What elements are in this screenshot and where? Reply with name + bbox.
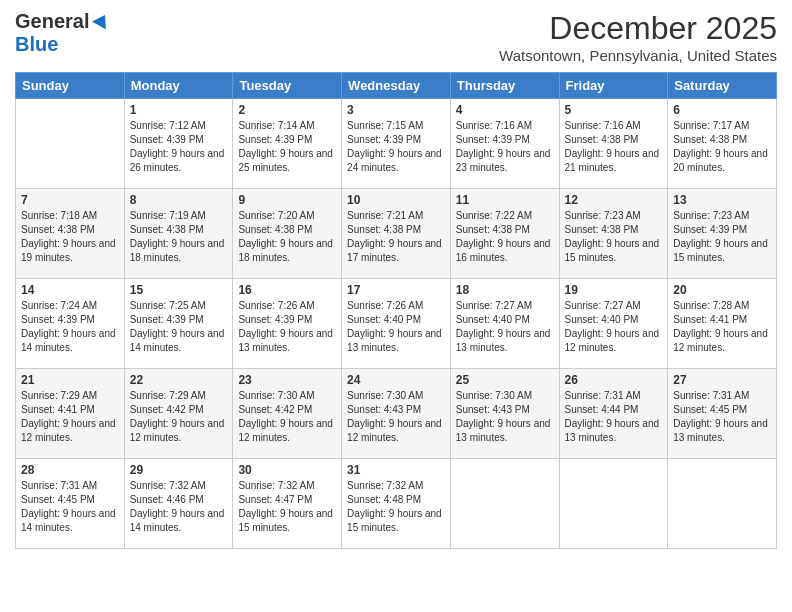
calendar-cell: 6 Sunrise: 7:17 AM Sunset: 4:38 PM Dayli… (668, 99, 777, 189)
calendar-body: 1 Sunrise: 7:12 AM Sunset: 4:39 PM Dayli… (16, 99, 777, 549)
sunrise-text: Sunrise: 7:17 AM (673, 119, 771, 133)
calendar-cell: 18 Sunrise: 7:27 AM Sunset: 4:40 PM Dayl… (450, 279, 559, 369)
sunrise-text: Sunrise: 7:32 AM (347, 479, 445, 493)
header-wednesday: Wednesday (342, 73, 451, 99)
sunrise-text: Sunrise: 7:30 AM (456, 389, 554, 403)
logo: General Blue (15, 10, 111, 56)
sunset-text: Sunset: 4:42 PM (238, 403, 336, 417)
sunrise-text: Sunrise: 7:21 AM (347, 209, 445, 223)
sunrise-text: Sunrise: 7:15 AM (347, 119, 445, 133)
cell-info: Sunrise: 7:27 AM Sunset: 4:40 PM Dayligh… (565, 299, 663, 355)
cell-info: Sunrise: 7:27 AM Sunset: 4:40 PM Dayligh… (456, 299, 554, 355)
header-saturday: Saturday (668, 73, 777, 99)
cell-info: Sunrise: 7:31 AM Sunset: 4:45 PM Dayligh… (21, 479, 119, 535)
sunset-text: Sunset: 4:39 PM (238, 133, 336, 147)
logo-blue-text: Blue (15, 33, 58, 55)
sunset-text: Sunset: 4:38 PM (456, 223, 554, 237)
date-number: 12 (565, 193, 663, 207)
calendar-cell: 20 Sunrise: 7:28 AM Sunset: 4:41 PM Dayl… (668, 279, 777, 369)
calendar-cell: 10 Sunrise: 7:21 AM Sunset: 4:38 PM Dayl… (342, 189, 451, 279)
sunset-text: Sunset: 4:39 PM (347, 133, 445, 147)
sunrise-text: Sunrise: 7:22 AM (456, 209, 554, 223)
calendar-week-3: 14 Sunrise: 7:24 AM Sunset: 4:39 PM Dayl… (16, 279, 777, 369)
cell-info: Sunrise: 7:24 AM Sunset: 4:39 PM Dayligh… (21, 299, 119, 355)
sunrise-text: Sunrise: 7:26 AM (347, 299, 445, 313)
cell-info: Sunrise: 7:32 AM Sunset: 4:46 PM Dayligh… (130, 479, 228, 535)
page-header: General Blue December 2025 Watsontown, P… (15, 10, 777, 64)
sunset-text: Sunset: 4:39 PM (238, 313, 336, 327)
sunset-text: Sunset: 4:39 PM (130, 133, 228, 147)
calendar-cell: 12 Sunrise: 7:23 AM Sunset: 4:38 PM Dayl… (559, 189, 668, 279)
calendar-cell: 3 Sunrise: 7:15 AM Sunset: 4:39 PM Dayli… (342, 99, 451, 189)
cell-info: Sunrise: 7:16 AM Sunset: 4:39 PM Dayligh… (456, 119, 554, 175)
calendar-cell: 5 Sunrise: 7:16 AM Sunset: 4:38 PM Dayli… (559, 99, 668, 189)
date-number: 15 (130, 283, 228, 297)
daylight-text: Daylight: 9 hours and 12 minutes. (130, 417, 228, 445)
date-number: 19 (565, 283, 663, 297)
daylight-text: Daylight: 9 hours and 18 minutes. (238, 237, 336, 265)
date-number: 29 (130, 463, 228, 477)
date-number: 6 (673, 103, 771, 117)
cell-info: Sunrise: 7:28 AM Sunset: 4:41 PM Dayligh… (673, 299, 771, 355)
calendar-cell: 17 Sunrise: 7:26 AM Sunset: 4:40 PM Dayl… (342, 279, 451, 369)
sunrise-text: Sunrise: 7:30 AM (238, 389, 336, 403)
daylight-text: Daylight: 9 hours and 13 minutes. (456, 327, 554, 355)
calendar-cell: 27 Sunrise: 7:31 AM Sunset: 4:45 PM Dayl… (668, 369, 777, 459)
sunrise-text: Sunrise: 7:27 AM (456, 299, 554, 313)
calendar-cell: 31 Sunrise: 7:32 AM Sunset: 4:48 PM Dayl… (342, 459, 451, 549)
calendar-cell: 16 Sunrise: 7:26 AM Sunset: 4:39 PM Dayl… (233, 279, 342, 369)
sunset-text: Sunset: 4:39 PM (21, 313, 119, 327)
cell-info: Sunrise: 7:20 AM Sunset: 4:38 PM Dayligh… (238, 209, 336, 265)
logo-icon (91, 12, 111, 32)
calendar-cell: 30 Sunrise: 7:32 AM Sunset: 4:47 PM Dayl… (233, 459, 342, 549)
sunrise-text: Sunrise: 7:29 AM (130, 389, 228, 403)
sunset-text: Sunset: 4:44 PM (565, 403, 663, 417)
calendar-cell: 9 Sunrise: 7:20 AM Sunset: 4:38 PM Dayli… (233, 189, 342, 279)
calendar-cell (668, 459, 777, 549)
sunrise-text: Sunrise: 7:25 AM (130, 299, 228, 313)
calendar-cell: 14 Sunrise: 7:24 AM Sunset: 4:39 PM Dayl… (16, 279, 125, 369)
sunset-text: Sunset: 4:40 PM (456, 313, 554, 327)
daylight-text: Daylight: 9 hours and 23 minutes. (456, 147, 554, 175)
sunrise-text: Sunrise: 7:16 AM (456, 119, 554, 133)
date-number: 3 (347, 103, 445, 117)
date-number: 14 (21, 283, 119, 297)
calendar-cell: 7 Sunrise: 7:18 AM Sunset: 4:38 PM Dayli… (16, 189, 125, 279)
daylight-text: Daylight: 9 hours and 26 minutes. (130, 147, 228, 175)
date-number: 28 (21, 463, 119, 477)
calendar-week-1: 1 Sunrise: 7:12 AM Sunset: 4:39 PM Dayli… (16, 99, 777, 189)
daylight-text: Daylight: 9 hours and 25 minutes. (238, 147, 336, 175)
sunrise-text: Sunrise: 7:28 AM (673, 299, 771, 313)
sunrise-text: Sunrise: 7:29 AM (21, 389, 119, 403)
sunset-text: Sunset: 4:38 PM (565, 133, 663, 147)
calendar-cell: 28 Sunrise: 7:31 AM Sunset: 4:45 PM Dayl… (16, 459, 125, 549)
sunrise-text: Sunrise: 7:12 AM (130, 119, 228, 133)
sunrise-text: Sunrise: 7:32 AM (130, 479, 228, 493)
header-tuesday: Tuesday (233, 73, 342, 99)
calendar-cell: 1 Sunrise: 7:12 AM Sunset: 4:39 PM Dayli… (124, 99, 233, 189)
cell-info: Sunrise: 7:23 AM Sunset: 4:39 PM Dayligh… (673, 209, 771, 265)
date-number: 11 (456, 193, 554, 207)
cell-info: Sunrise: 7:21 AM Sunset: 4:38 PM Dayligh… (347, 209, 445, 265)
sunrise-text: Sunrise: 7:31 AM (673, 389, 771, 403)
cell-info: Sunrise: 7:31 AM Sunset: 4:44 PM Dayligh… (565, 389, 663, 445)
sunset-text: Sunset: 4:38 PM (673, 133, 771, 147)
date-number: 7 (21, 193, 119, 207)
date-number: 13 (673, 193, 771, 207)
daylight-text: Daylight: 9 hours and 19 minutes. (21, 237, 119, 265)
date-number: 20 (673, 283, 771, 297)
sunset-text: Sunset: 4:41 PM (673, 313, 771, 327)
sunrise-text: Sunrise: 7:24 AM (21, 299, 119, 313)
daylight-text: Daylight: 9 hours and 13 minutes. (456, 417, 554, 445)
calendar-cell: 2 Sunrise: 7:14 AM Sunset: 4:39 PM Dayli… (233, 99, 342, 189)
sunset-text: Sunset: 4:42 PM (130, 403, 228, 417)
calendar-cell: 21 Sunrise: 7:29 AM Sunset: 4:41 PM Dayl… (16, 369, 125, 459)
header-friday: Friday (559, 73, 668, 99)
calendar-cell: 8 Sunrise: 7:19 AM Sunset: 4:38 PM Dayli… (124, 189, 233, 279)
daylight-text: Daylight: 9 hours and 12 minutes. (347, 417, 445, 445)
daylight-text: Daylight: 9 hours and 15 minutes. (238, 507, 336, 535)
cell-info: Sunrise: 7:30 AM Sunset: 4:43 PM Dayligh… (347, 389, 445, 445)
daylight-text: Daylight: 9 hours and 15 minutes. (347, 507, 445, 535)
date-number: 24 (347, 373, 445, 387)
sunrise-text: Sunrise: 7:14 AM (238, 119, 336, 133)
